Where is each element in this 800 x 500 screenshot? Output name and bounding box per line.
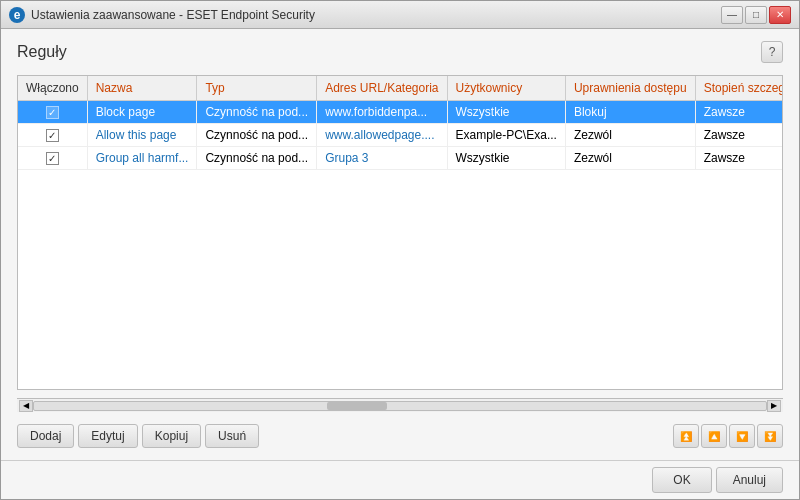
row-detail: Zawsze xyxy=(695,101,783,124)
rules-table-container: Włączono Nazwa Typ Adres URL/Kategoria U… xyxy=(17,75,783,390)
cancel-button[interactable]: Anuluj xyxy=(716,467,783,493)
row-checkbox-cell xyxy=(18,124,87,147)
move-top-button[interactable]: ⏫ xyxy=(673,424,699,448)
col-header-url[interactable]: Adres URL/Kategoria xyxy=(317,76,447,101)
section-title: Reguły xyxy=(17,43,67,61)
table-row[interactable]: Block pageCzynność na pod...www.forbidde… xyxy=(18,101,783,124)
col-header-type[interactable]: Typ xyxy=(197,76,317,101)
titlebar: e Ustawienia zaawansowane - ESET Endpoin… xyxy=(1,1,799,29)
main-content: Reguły ? Włączono Nazwa Typ Adres URL/Ka… xyxy=(1,29,799,460)
row-users: Wszystkie xyxy=(447,147,565,170)
ok-button[interactable]: OK xyxy=(652,467,711,493)
move-up-button[interactable]: 🔼 xyxy=(701,424,727,448)
row-users: Wszystkie xyxy=(447,101,565,124)
col-header-detail[interactable]: Stopień szczegół... xyxy=(695,76,783,101)
rules-table: Włączono Nazwa Typ Adres URL/Kategoria U… xyxy=(18,76,783,170)
app-icon: e xyxy=(9,7,25,23)
row-url: www.forbiddenpa... xyxy=(317,101,447,124)
move-down-button[interactable]: 🔽 xyxy=(729,424,755,448)
main-window: e Ustawienia zaawansowane - ESET Endpoin… xyxy=(0,0,800,500)
delete-button[interactable]: Usuń xyxy=(205,424,259,448)
row-name: Block page xyxy=(87,101,197,124)
row-url: Grupa 3 xyxy=(317,147,447,170)
scrollbar-track[interactable] xyxy=(33,401,767,411)
row-name: Allow this page xyxy=(87,124,197,147)
copy-button[interactable]: Kopiuj xyxy=(142,424,201,448)
edit-button[interactable]: Edytuj xyxy=(78,424,137,448)
row-checkbox[interactable] xyxy=(46,152,59,165)
row-url: www.allowedpage.... xyxy=(317,124,447,147)
row-detail: Zawsze xyxy=(695,124,783,147)
col-header-users[interactable]: Użytkownicy xyxy=(447,76,565,101)
row-users: Example-PC\Exa... xyxy=(447,124,565,147)
row-access: Zezwól xyxy=(565,124,695,147)
titlebar-buttons: — □ ✕ xyxy=(721,6,791,24)
col-header-name[interactable]: Nazwa xyxy=(87,76,197,101)
scroll-right-arrow[interactable]: ▶ xyxy=(767,400,781,412)
move-bottom-button[interactable]: ⏬ xyxy=(757,424,783,448)
horizontal-scrollbar[interactable]: ◀ ▶ xyxy=(17,398,783,412)
table-row[interactable]: Group all harmf...Czynność na pod...Grup… xyxy=(18,147,783,170)
maximize-button[interactable]: □ xyxy=(745,6,767,24)
row-type: Czynność na pod... xyxy=(197,101,317,124)
col-header-access[interactable]: Uprawnienia dostępu xyxy=(565,76,695,101)
add-button[interactable]: Dodaj xyxy=(17,424,74,448)
nav-buttons: ⏫ 🔼 🔽 ⏬ xyxy=(673,424,783,448)
row-checkbox-cell xyxy=(18,147,87,170)
window-title: Ustawienia zaawansowane - ESET Endpoint … xyxy=(31,8,715,22)
row-access: Blokuj xyxy=(565,101,695,124)
dialog-buttons: OK Anuluj xyxy=(1,460,799,499)
row-checkbox-cell xyxy=(18,101,87,124)
row-detail: Zawsze xyxy=(695,147,783,170)
col-header-enabled[interactable]: Włączono xyxy=(18,76,87,101)
help-button[interactable]: ? xyxy=(761,41,783,63)
bottom-bar: Dodaj Edytuj Kopiuj Usuń ⏫ 🔼 🔽 ⏬ xyxy=(17,420,783,448)
row-access: Zezwól xyxy=(565,147,695,170)
row-type: Czynność na pod... xyxy=(197,147,317,170)
scrollbar-thumb[interactable] xyxy=(327,402,387,410)
section-header: Reguły ? xyxy=(17,41,783,63)
row-type: Czynność na pod... xyxy=(197,124,317,147)
minimize-button[interactable]: — xyxy=(721,6,743,24)
row-checkbox[interactable] xyxy=(46,129,59,142)
row-name: Group all harmf... xyxy=(87,147,197,170)
table-row[interactable]: Allow this pageCzynność na pod...www.all… xyxy=(18,124,783,147)
scroll-left-arrow[interactable]: ◀ xyxy=(19,400,33,412)
close-button[interactable]: ✕ xyxy=(769,6,791,24)
action-buttons: Dodaj Edytuj Kopiuj Usuń xyxy=(17,424,259,448)
row-checkbox[interactable] xyxy=(46,106,59,119)
